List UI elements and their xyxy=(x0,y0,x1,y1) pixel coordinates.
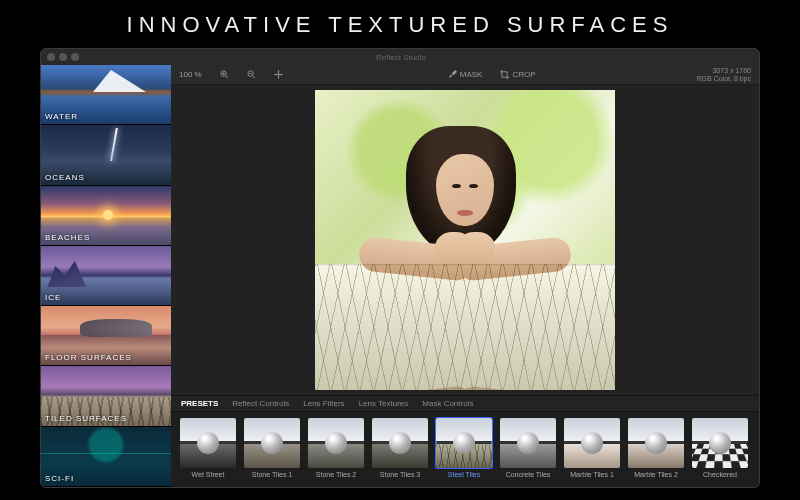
image-color-mode: RGB Color, 8 bpc xyxy=(697,75,751,83)
sphere-icon xyxy=(645,432,667,454)
category-floor-surfaces[interactable]: FLOOR SURFACES xyxy=(41,306,171,366)
preset-label: Marble Tiles 2 xyxy=(634,471,678,478)
crop-button[interactable]: CROP xyxy=(496,69,539,80)
preset-item[interactable]: Marble Tiles 2 xyxy=(627,418,685,481)
zoom-out-icon xyxy=(247,70,256,79)
preset-label: Stone Tiles 1 xyxy=(252,471,292,478)
canvas-subject xyxy=(370,126,560,276)
preset-label: Stone Tiles 3 xyxy=(380,471,420,478)
zoom-in-button[interactable] xyxy=(216,69,233,80)
category-label: SCI-FI xyxy=(45,474,74,483)
pan-button[interactable] xyxy=(270,69,287,80)
category-tiled-surfaces[interactable]: TILED SURFACES xyxy=(41,366,171,426)
preset-item[interactable]: Stone Tiles 1 xyxy=(243,418,301,481)
preset-item[interactable]: Concrete Tiles xyxy=(499,418,557,481)
category-sci-fi[interactable]: SCI-FI xyxy=(41,427,171,487)
sphere-icon xyxy=(389,432,411,454)
category-label: OCEANS xyxy=(45,173,85,182)
preset-thumbnail xyxy=(500,418,556,468)
zoom-level[interactable]: 100 % xyxy=(179,70,202,79)
preset-thumbnail xyxy=(244,418,300,468)
preset-label: Concrete Tiles xyxy=(506,471,551,478)
sphere-icon xyxy=(709,432,731,454)
image-meta: 3073 x 1760 RGB Color, 8 bpc xyxy=(697,67,751,82)
preset-item[interactable]: Marble Tiles 1 xyxy=(563,418,621,481)
preset-label: Steel Tiles xyxy=(448,471,480,478)
category-water[interactable]: WATER xyxy=(41,65,171,125)
zoom-in-icon xyxy=(220,70,229,79)
minimize-icon[interactable] xyxy=(59,53,67,61)
category-label: BEACHES xyxy=(45,233,90,242)
sphere-icon xyxy=(261,432,283,454)
app-window: Reflect Studio WATER OCEANS BEACHES ICE … xyxy=(40,48,760,488)
tab-presets[interactable]: PRESETS xyxy=(181,399,218,408)
window-controls[interactable] xyxy=(47,53,79,61)
preset-item[interactable]: Checkered xyxy=(691,418,749,481)
preset-thumbnail xyxy=(372,418,428,468)
titlebar: Reflect Studio xyxy=(41,49,759,65)
brush-icon xyxy=(448,70,457,79)
toolbar: 100 % MASK CROP 3073 x 1760 RGB xyxy=(171,65,759,85)
sphere-icon xyxy=(517,432,539,454)
preset-label: Stone Tiles 2 xyxy=(316,471,356,478)
bottom-tabs: PRESETS Reflect Controls Lens Filters Le… xyxy=(171,395,759,411)
preset-strip[interactable]: Wet StreetStone Tiles 1Stone Tiles 2Ston… xyxy=(171,411,759,487)
preset-thumbnail xyxy=(564,418,620,468)
window-title: Reflect Studio xyxy=(79,53,723,62)
crop-icon xyxy=(500,70,509,79)
sphere-icon xyxy=(197,432,219,454)
category-ice[interactable]: ICE xyxy=(41,246,171,306)
preset-label: Wet Street xyxy=(192,471,225,478)
canvas-horizon xyxy=(315,264,615,266)
zoom-out-button[interactable] xyxy=(243,69,260,80)
marketing-headline: INNOVATIVE TEXTURED SURFACES xyxy=(0,0,800,48)
tab-mask-controls[interactable]: Mask Controls xyxy=(422,399,473,408)
tab-lens-textures[interactable]: Lens Textures xyxy=(359,399,409,408)
sphere-icon xyxy=(453,432,475,454)
category-label: WATER xyxy=(45,112,78,121)
crop-label: CROP xyxy=(512,70,535,79)
preset-thumbnail xyxy=(308,418,364,468)
category-oceans[interactable]: OCEANS xyxy=(41,125,171,185)
mask-button[interactable]: MASK xyxy=(444,69,487,80)
main-area: 100 % MASK CROP 3073 x 1760 RGB xyxy=(171,65,759,487)
sphere-icon xyxy=(581,432,603,454)
preset-item[interactable]: Stone Tiles 2 xyxy=(307,418,365,481)
maximize-icon[interactable] xyxy=(71,53,79,61)
preview-canvas xyxy=(315,90,615,390)
category-label: TILED SURFACES xyxy=(45,414,127,423)
preset-label: Checkered xyxy=(703,471,737,478)
tab-reflect-controls[interactable]: Reflect Controls xyxy=(232,399,289,408)
category-label: ICE xyxy=(45,293,61,302)
canvas-surface-texture xyxy=(315,264,615,390)
svg-line-1 xyxy=(225,76,227,78)
preset-label: Marble Tiles 1 xyxy=(570,471,614,478)
preset-thumbnail xyxy=(628,418,684,468)
close-icon[interactable] xyxy=(47,53,55,61)
canvas-area[interactable] xyxy=(171,85,759,395)
tab-lens-filters[interactable]: Lens Filters xyxy=(303,399,344,408)
preset-thumbnail xyxy=(692,418,748,468)
mask-label: MASK xyxy=(460,70,483,79)
preset-thumbnail xyxy=(436,418,492,468)
category-sidebar: WATER OCEANS BEACHES ICE FLOOR SURFACES … xyxy=(41,65,171,487)
preset-item[interactable]: Stone Tiles 3 xyxy=(371,418,429,481)
image-dimensions: 3073 x 1760 xyxy=(697,67,751,75)
preset-item[interactable]: Steel Tiles xyxy=(435,418,493,481)
category-beaches[interactable]: BEACHES xyxy=(41,186,171,246)
category-label: FLOOR SURFACES xyxy=(45,353,132,362)
preset-item[interactable]: Wet Street xyxy=(179,418,237,481)
sphere-icon xyxy=(325,432,347,454)
move-icon xyxy=(274,70,283,79)
svg-line-5 xyxy=(252,76,254,78)
preset-thumbnail xyxy=(180,418,236,468)
